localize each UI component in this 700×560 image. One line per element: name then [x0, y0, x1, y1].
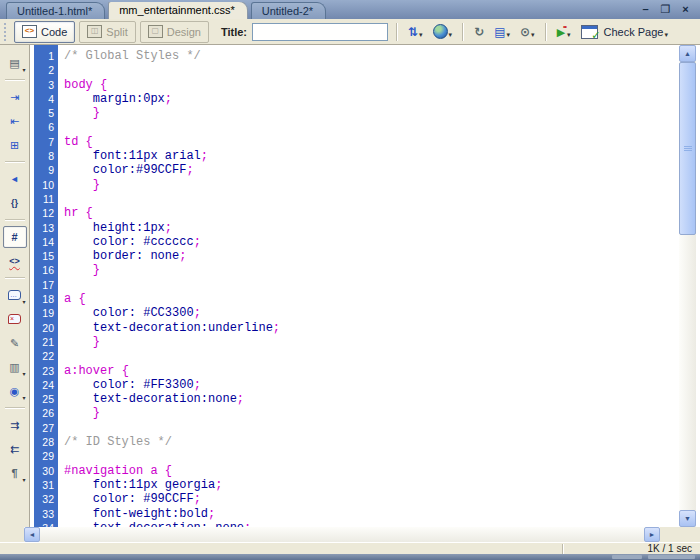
collapse-full-tag-icon: ⇥ — [10, 91, 19, 103]
file-management-button[interactable]: ⇅▾ — [404, 21, 427, 43]
scroll-up-icon[interactable]: ▲ — [679, 45, 696, 62]
balance-braces-button[interactable]: {} — [3, 192, 27, 214]
code-line: text-decoration:none; — [64, 392, 679, 406]
dreamweaver-window: Untitled-1.html*mm_entertainment.css*Unt… — [0, 0, 700, 560]
line-number: 31 — [34, 478, 58, 492]
line-number: 7 — [34, 135, 58, 149]
code-line: #navigation a { — [64, 464, 679, 478]
recent-snippets-button[interactable]: ▥▾ — [3, 356, 27, 378]
preview-in-browser-button[interactable]: ▾ — [429, 21, 457, 43]
code-text[interactable]: /* Global Styles */ body { margin:0px; }… — [58, 45, 679, 527]
code-line: a { — [64, 292, 679, 306]
minimize-window-icon[interactable]: – — [639, 3, 652, 15]
open-documents-button[interactable]: ▤▾ — [3, 52, 27, 74]
document-tab-3[interactable]: Untitled-2* — [251, 2, 326, 19]
line-number: 3 — [34, 78, 58, 92]
collapse-selection-button[interactable]: ⇤ — [3, 110, 27, 132]
code-line: color:#99CCFF; — [64, 163, 679, 177]
check-page-button[interactable]: ✓Check Page▾ — [577, 21, 672, 43]
document-size-download-time: 1K / 1 sec — [648, 543, 692, 554]
collapse-full-tag-button[interactable]: ⇥ — [3, 86, 27, 108]
code-line: td { — [64, 135, 679, 149]
code-line: color: #99CCFF; — [64, 492, 679, 506]
scroll-down-icon[interactable]: ▼ — [679, 510, 696, 527]
line-number: 1 — [34, 49, 58, 63]
code-line — [64, 278, 679, 292]
coding-toolbar: ▤▾⇥⇤⊞◄{}#<>…▾×✎▥▾◉▾⇉⇇¶▾ — [0, 45, 30, 527]
vertical-scrollbar[interactable]: ▲ ▼ — [679, 45, 696, 527]
status-bar: 1K / 1 sec — [0, 542, 700, 554]
horizontal-scrollbar[interactable]: ◄ ► — [24, 527, 660, 542]
code-line — [64, 192, 679, 206]
design-view-button[interactable]: ▢Design — [140, 21, 209, 43]
expand-all-button[interactable]: ⊞ — [3, 134, 27, 156]
title-input[interactable] — [252, 23, 388, 41]
line-number: 13 — [34, 221, 58, 235]
dropdown-caret-icon: ▾ — [22, 298, 25, 305]
select-parent-tag-icon: ◄ — [10, 173, 19, 185]
toolbar-separator — [462, 23, 464, 41]
move-or-convert-css-button[interactable]: ◉▾ — [3, 380, 27, 402]
apply-comment-button[interactable]: …▾ — [3, 284, 27, 306]
toolbar-separator — [396, 23, 398, 41]
remove-comment-button[interactable]: × — [3, 308, 27, 330]
line-number: 8 — [34, 149, 58, 163]
scroll-left-icon[interactable]: ◄ — [24, 527, 40, 542]
outdent-code-icon: ⇇ — [10, 443, 19, 455]
scrollbar-corner — [660, 527, 700, 542]
line-number: 4 — [34, 92, 58, 106]
check-page-icon: ✓ — [581, 25, 598, 39]
code-line: } — [64, 263, 679, 277]
coding-toolbar-separator — [5, 161, 25, 163]
close-window-icon[interactable]: × — [679, 3, 692, 15]
format-source-code-button[interactable]: ¶▾ — [3, 462, 27, 484]
line-number: 20 — [34, 321, 58, 335]
line-numbers-button[interactable]: # — [3, 226, 27, 248]
view-options-icon: ▤ — [494, 25, 505, 39]
line-number: 18 — [34, 292, 58, 306]
code-line: } — [64, 106, 679, 120]
code-line: border: none; — [64, 249, 679, 263]
code-line — [64, 421, 679, 435]
code-line: font:11px arial; — [64, 149, 679, 163]
line-number: 23 — [34, 364, 58, 378]
validate-dots-icon: •• — [563, 23, 566, 30]
toolbar-gripper[interactable] — [4, 23, 9, 41]
line-numbers-icon: # — [11, 231, 17, 243]
refresh-button[interactable]: ↻ — [470, 21, 488, 43]
line-number: 26 — [34, 406, 58, 420]
line-number: 32 — [34, 492, 58, 506]
select-parent-tag-button[interactable]: ◄ — [3, 168, 27, 190]
restore-window-icon[interactable]: ❐ — [659, 3, 672, 15]
indent-code-button[interactable]: ⇉ — [3, 414, 27, 436]
visual-aids-button[interactable]: ⊙▾ — [516, 21, 539, 43]
design-view-label: Design — [167, 26, 201, 38]
split-view-button[interactable]: ◫Split — [79, 21, 135, 43]
balance-braces-icon: {} — [11, 197, 18, 209]
dropdown-caret-icon: ▾ — [22, 66, 25, 73]
title-label: Title: — [221, 26, 247, 38]
outdent-code-button[interactable]: ⇇ — [3, 438, 27, 460]
check-page-label: Check Page — [604, 26, 664, 38]
wrap-tag-button[interactable]: ✎ — [3, 332, 27, 354]
view-options-button[interactable]: ▤▾ — [490, 21, 514, 43]
line-number: 16 — [34, 263, 58, 277]
document-tab-1[interactable]: Untitled-1.html* — [6, 2, 105, 19]
line-number: 21 — [34, 335, 58, 349]
window-controls: –❐× — [631, 3, 700, 19]
dropdown-caret-icon: ▾ — [567, 31, 571, 42]
line-number-gutter: 1234567891011121314151617181920212223242… — [34, 45, 58, 527]
code-line: } — [64, 335, 679, 349]
code-view-button[interactable]: <>Code — [14, 21, 75, 43]
code-view[interactable]: 1234567891011121314151617181920212223242… — [30, 45, 679, 527]
document-tab-2[interactable]: mm_entertainment.css* — [108, 2, 248, 19]
validate-markup-button[interactable]: ▶••▾ — [553, 21, 575, 43]
code-line: body { — [64, 78, 679, 92]
window-bottom-edge — [0, 554, 700, 560]
scroll-right-icon[interactable]: ► — [644, 527, 660, 542]
vertical-scroll-thumb[interactable] — [679, 62, 696, 235]
highlight-invalid-code-button[interactable]: <> — [3, 250, 27, 272]
code-line: color: #CC3300; — [64, 306, 679, 320]
line-number: 22 — [34, 349, 58, 363]
code-line: height:1px; — [64, 221, 679, 235]
